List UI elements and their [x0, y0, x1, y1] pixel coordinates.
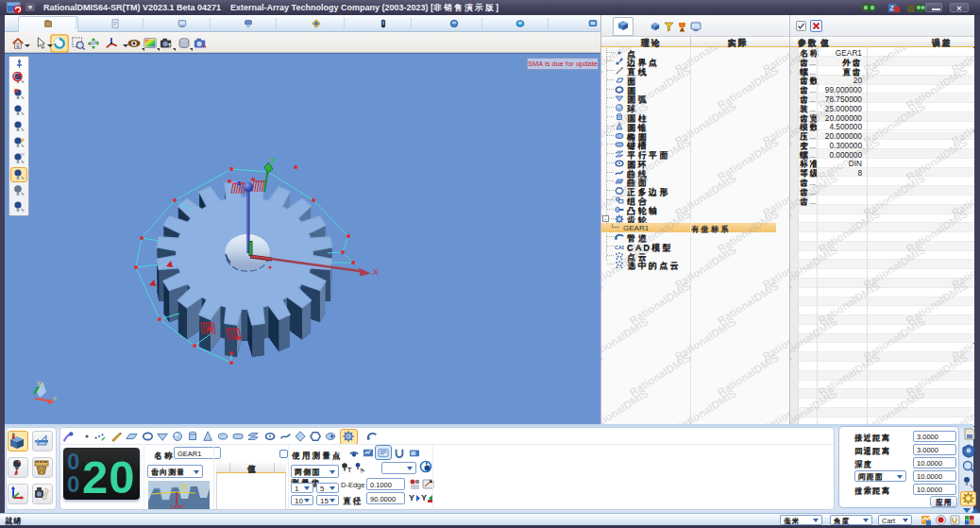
svg-text:x: x	[53, 394, 57, 402]
svg-text:RationalDMIS: RationalDMIS	[761, 387, 790, 424]
svg-text:RationalDMIS: RationalDMIS	[628, 280, 693, 327]
svg-text:RationalDMIS: RationalDMIS	[950, 387, 974, 424]
svg-text:RationalDMIS: RationalDMIS	[761, 315, 790, 363]
svg-text:RationalDMIS: RationalDMIS	[761, 244, 790, 291]
svg-text:RationalDMIS: RationalDMIS	[716, 280, 781, 327]
svg-text:RationalDMIS: RationalDMIS	[716, 64, 781, 111]
svg-text:RationalDMIS: RationalDMIS	[904, 208, 970, 255]
svg-text:RationalDMIS: RationalDMIS	[601, 280, 605, 327]
svg-text:RationalDMIS: RationalDMIS	[673, 387, 738, 424]
svg-text:RationalDMIS: RationalDMIS	[601, 172, 651, 219]
svg-text:RationalDMIS: RationalDMIS	[716, 208, 781, 255]
svg-text:RationalDMIS: RationalDMIS	[950, 47, 974, 76]
svg-text:z: z	[237, 179, 241, 187]
svg-text:RationalDMIS: RationalDMIS	[790, 172, 839, 219]
svg-text:RationalDMIS: RationalDMIS	[601, 351, 605, 399]
svg-text:RationalDMIS: RationalDMIS	[601, 244, 651, 291]
svg-text:RationalDMIS: RationalDMIS	[716, 136, 781, 183]
svg-text:RationalDMIS: RationalDMIS	[790, 244, 839, 291]
svg-text:RationalDMIS: RationalDMIS	[862, 387, 927, 424]
svg-text:RationalDMIS: RationalDMIS	[817, 208, 882, 255]
svg-text:RationalDMIS: RationalDMIS	[904, 280, 970, 327]
svg-text:X: X	[373, 267, 379, 277]
svg-text:T: T	[347, 467, 352, 473]
svg-text:RationalDMIS: RationalDMIS	[790, 208, 794, 255]
svg-text:RationalDMIS: RationalDMIS	[761, 100, 790, 147]
svg-text:RationalDMIS: RationalDMIS	[601, 136, 605, 183]
svg-text:RationalDMIS: RationalDMIS	[761, 172, 790, 219]
svg-text:Y: Y	[360, 468, 363, 473]
svg-text:RationalDMIS: RationalDMIS	[904, 351, 970, 399]
svg-text:RationalDMIS: RationalDMIS	[790, 280, 794, 327]
svg-text:RationalDMIS: RationalDMIS	[862, 100, 927, 147]
svg-text:RationalDMIS: RationalDMIS	[862, 172, 927, 219]
svg-text:RationalDMIS: RationalDMIS	[673, 244, 738, 291]
svg-text:z: z	[41, 382, 44, 388]
svg-text:RationalDMIS: RationalDMIS	[817, 64, 882, 111]
svg-text:RationalDMIS: RationalDMIS	[790, 64, 794, 111]
svg-text:Y: Y	[270, 156, 276, 165]
svg-text:Lead: Lead	[171, 503, 183, 509]
svg-text:RationalDMIS: RationalDMIS	[862, 47, 927, 76]
svg-text:RationalDMIS: RationalDMIS	[628, 208, 693, 255]
svg-text:RationalDMIS: RationalDMIS	[601, 64, 605, 111]
svg-text:Y: Y	[409, 493, 414, 502]
svg-text:RationalDMIS: RationalDMIS	[817, 280, 882, 327]
svg-text:RationalDMIS: RationalDMIS	[601, 47, 651, 76]
svg-text:RationalDMIS: RationalDMIS	[673, 100, 738, 147]
svg-text:RationalDMIS: RationalDMIS	[716, 351, 781, 399]
svg-text:RationalDMIS: RationalDMIS	[950, 315, 974, 363]
svg-text:T: T	[168, 42, 172, 48]
svg-text:RationalDMIS: RationalDMIS	[790, 136, 794, 183]
svg-text:Y: Y	[421, 493, 427, 502]
svg-text:RationalDMIS: RationalDMIS	[862, 244, 927, 291]
svg-text:RationalDMIS: RationalDMIS	[950, 244, 974, 291]
svg-text:RationalDMIS: RationalDMIS	[761, 47, 790, 76]
svg-text:RationalDMIS: RationalDMIS	[673, 315, 738, 363]
svg-text:RationalDMIS: RationalDMIS	[790, 387, 839, 424]
svg-text:RationalDMIS: RationalDMIS	[904, 64, 970, 111]
svg-text:RationalDMIS: RationalDMIS	[673, 47, 738, 76]
svg-text:RationalDMIS: RationalDMIS	[862, 315, 927, 363]
svg-text:RationalDMIS: RationalDMIS	[628, 64, 693, 111]
svg-text:RationalDMIS: RationalDMIS	[790, 351, 794, 399]
svg-text:RationalDMIS: RationalDMIS	[628, 351, 693, 399]
svg-text:RationalDMIS: RationalDMIS	[628, 136, 693, 183]
svg-text:RationalDMIS: RationalDMIS	[950, 172, 974, 219]
svg-text:RationalDMIS: RationalDMIS	[790, 315, 839, 363]
svg-text:RationalDMIS: RationalDMIS	[790, 47, 839, 76]
svg-text:RationalDMIS: RationalDMIS	[673, 172, 738, 219]
svg-text:RationalDMIS: RationalDMIS	[950, 100, 974, 147]
svg-text:Z: Z	[890, 5, 895, 11]
svg-text:RationalDMIS: RationalDMIS	[601, 387, 651, 424]
svg-text:RationalDMIS: RationalDMIS	[601, 100, 651, 147]
svg-text:RationalDMIS: RationalDMIS	[904, 136, 970, 183]
svg-text:RationalDMIS: RationalDMIS	[601, 315, 651, 363]
svg-text:RationalDMIS: RationalDMIS	[601, 208, 605, 255]
svg-text:RationalDMIS: RationalDMIS	[817, 136, 882, 183]
svg-text:RationalDMIS: RationalDMIS	[817, 351, 882, 399]
svg-text:RationalDMIS: RationalDMIS	[790, 100, 839, 147]
